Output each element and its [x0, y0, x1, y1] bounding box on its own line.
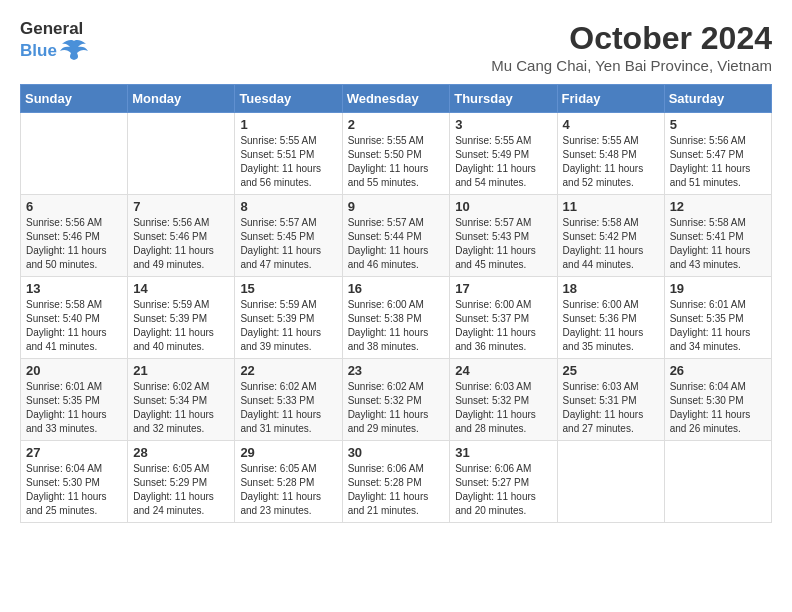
sunset-text: Sunset: 5:50 PM	[348, 148, 445, 162]
day-info: Sunrise: 5:58 AMSunset: 5:41 PMDaylight:…	[670, 216, 766, 272]
sunrise-text: Sunrise: 5:57 AM	[455, 216, 551, 230]
calendar-cell: 15Sunrise: 5:59 AMSunset: 5:39 PMDayligh…	[235, 277, 342, 359]
day-info: Sunrise: 5:57 AMSunset: 5:43 PMDaylight:…	[455, 216, 551, 272]
month-title: October 2024	[491, 20, 772, 57]
calendar-cell	[557, 441, 664, 523]
sunrise-text: Sunrise: 5:59 AM	[240, 298, 336, 312]
daylight-text: Daylight: 11 hours and 26 minutes.	[670, 408, 766, 436]
daylight-text: Daylight: 11 hours and 28 minutes.	[455, 408, 551, 436]
daylight-text: Daylight: 11 hours and 27 minutes.	[563, 408, 659, 436]
day-info: Sunrise: 6:05 AMSunset: 5:29 PMDaylight:…	[133, 462, 229, 518]
day-number: 15	[240, 281, 336, 296]
weekday-header-sunday: Sunday	[21, 85, 128, 113]
day-info: Sunrise: 6:01 AMSunset: 5:35 PMDaylight:…	[26, 380, 122, 436]
calendar-cell: 4Sunrise: 5:55 AMSunset: 5:48 PMDaylight…	[557, 113, 664, 195]
sunrise-text: Sunrise: 5:57 AM	[348, 216, 445, 230]
day-info: Sunrise: 5:58 AMSunset: 5:40 PMDaylight:…	[26, 298, 122, 354]
calendar-cell: 13Sunrise: 5:58 AMSunset: 5:40 PMDayligh…	[21, 277, 128, 359]
day-info: Sunrise: 6:06 AMSunset: 5:27 PMDaylight:…	[455, 462, 551, 518]
sunset-text: Sunset: 5:47 PM	[670, 148, 766, 162]
daylight-text: Daylight: 11 hours and 41 minutes.	[26, 326, 122, 354]
sunrise-text: Sunrise: 5:56 AM	[133, 216, 229, 230]
day-number: 9	[348, 199, 445, 214]
sunset-text: Sunset: 5:30 PM	[26, 476, 122, 490]
sunrise-text: Sunrise: 6:02 AM	[348, 380, 445, 394]
sunrise-text: Sunrise: 5:59 AM	[133, 298, 229, 312]
day-number: 27	[26, 445, 122, 460]
calendar-cell: 22Sunrise: 6:02 AMSunset: 5:33 PMDayligh…	[235, 359, 342, 441]
day-number: 11	[563, 199, 659, 214]
day-info: Sunrise: 5:55 AMSunset: 5:49 PMDaylight:…	[455, 134, 551, 190]
day-info: Sunrise: 5:56 AMSunset: 5:46 PMDaylight:…	[133, 216, 229, 272]
calendar-week-row: 20Sunrise: 6:01 AMSunset: 5:35 PMDayligh…	[21, 359, 772, 441]
sunset-text: Sunset: 5:38 PM	[348, 312, 445, 326]
day-info: Sunrise: 5:55 AMSunset: 5:48 PMDaylight:…	[563, 134, 659, 190]
day-number: 7	[133, 199, 229, 214]
sunset-text: Sunset: 5:32 PM	[455, 394, 551, 408]
sunset-text: Sunset: 5:33 PM	[240, 394, 336, 408]
calendar-cell: 24Sunrise: 6:03 AMSunset: 5:32 PMDayligh…	[450, 359, 557, 441]
daylight-text: Daylight: 11 hours and 55 minutes.	[348, 162, 445, 190]
sunrise-text: Sunrise: 5:55 AM	[240, 134, 336, 148]
day-info: Sunrise: 6:02 AMSunset: 5:34 PMDaylight:…	[133, 380, 229, 436]
sunrise-text: Sunrise: 5:55 AM	[563, 134, 659, 148]
daylight-text: Daylight: 11 hours and 47 minutes.	[240, 244, 336, 272]
day-info: Sunrise: 5:57 AMSunset: 5:45 PMDaylight:…	[240, 216, 336, 272]
calendar-cell	[128, 113, 235, 195]
calendar-cell: 16Sunrise: 6:00 AMSunset: 5:38 PMDayligh…	[342, 277, 450, 359]
logo: General Blue	[20, 20, 88, 65]
weekday-header-saturday: Saturday	[664, 85, 771, 113]
weekday-header-tuesday: Tuesday	[235, 85, 342, 113]
sunrise-text: Sunrise: 6:00 AM	[563, 298, 659, 312]
logo-icon: General Blue	[20, 20, 88, 65]
calendar-cell: 30Sunrise: 6:06 AMSunset: 5:28 PMDayligh…	[342, 441, 450, 523]
day-number: 20	[26, 363, 122, 378]
calendar-cell: 7Sunrise: 5:56 AMSunset: 5:46 PMDaylight…	[128, 195, 235, 277]
sunrise-text: Sunrise: 6:04 AM	[26, 462, 122, 476]
daylight-text: Daylight: 11 hours and 33 minutes.	[26, 408, 122, 436]
sunrise-text: Sunrise: 6:03 AM	[563, 380, 659, 394]
day-info: Sunrise: 6:03 AMSunset: 5:32 PMDaylight:…	[455, 380, 551, 436]
daylight-text: Daylight: 11 hours and 23 minutes.	[240, 490, 336, 518]
calendar-cell: 12Sunrise: 5:58 AMSunset: 5:41 PMDayligh…	[664, 195, 771, 277]
calendar-cell: 23Sunrise: 6:02 AMSunset: 5:32 PMDayligh…	[342, 359, 450, 441]
day-info: Sunrise: 6:01 AMSunset: 5:35 PMDaylight:…	[670, 298, 766, 354]
daylight-text: Daylight: 11 hours and 34 minutes.	[670, 326, 766, 354]
day-info: Sunrise: 6:00 AMSunset: 5:38 PMDaylight:…	[348, 298, 445, 354]
daylight-text: Daylight: 11 hours and 49 minutes.	[133, 244, 229, 272]
day-number: 13	[26, 281, 122, 296]
sunset-text: Sunset: 5:36 PM	[563, 312, 659, 326]
calendar-cell	[664, 441, 771, 523]
sunrise-text: Sunrise: 6:01 AM	[670, 298, 766, 312]
day-number: 2	[348, 117, 445, 132]
calendar-cell: 18Sunrise: 6:00 AMSunset: 5:36 PMDayligh…	[557, 277, 664, 359]
calendar-table: SundayMondayTuesdayWednesdayThursdayFrid…	[20, 84, 772, 523]
calendar-cell: 10Sunrise: 5:57 AMSunset: 5:43 PMDayligh…	[450, 195, 557, 277]
daylight-text: Daylight: 11 hours and 39 minutes.	[240, 326, 336, 354]
weekday-header-monday: Monday	[128, 85, 235, 113]
daylight-text: Daylight: 11 hours and 38 minutes.	[348, 326, 445, 354]
sunset-text: Sunset: 5:32 PM	[348, 394, 445, 408]
sunrise-text: Sunrise: 6:00 AM	[348, 298, 445, 312]
day-number: 17	[455, 281, 551, 296]
sunset-text: Sunset: 5:28 PM	[348, 476, 445, 490]
weekday-header-thursday: Thursday	[450, 85, 557, 113]
sunset-text: Sunset: 5:39 PM	[240, 312, 336, 326]
calendar-cell	[21, 113, 128, 195]
calendar-cell: 8Sunrise: 5:57 AMSunset: 5:45 PMDaylight…	[235, 195, 342, 277]
sunset-text: Sunset: 5:39 PM	[133, 312, 229, 326]
day-number: 31	[455, 445, 551, 460]
daylight-text: Daylight: 11 hours and 31 minutes.	[240, 408, 336, 436]
sunset-text: Sunset: 5:35 PM	[670, 312, 766, 326]
sunrise-text: Sunrise: 5:56 AM	[670, 134, 766, 148]
sunrise-text: Sunrise: 5:58 AM	[26, 298, 122, 312]
sunrise-text: Sunrise: 6:01 AM	[26, 380, 122, 394]
daylight-text: Daylight: 11 hours and 32 minutes.	[133, 408, 229, 436]
daylight-text: Daylight: 11 hours and 52 minutes.	[563, 162, 659, 190]
calendar-week-row: 6Sunrise: 5:56 AMSunset: 5:46 PMDaylight…	[21, 195, 772, 277]
title-area: October 2024 Mu Cang Chai, Yen Bai Provi…	[491, 20, 772, 74]
day-number: 25	[563, 363, 659, 378]
sunset-text: Sunset: 5:46 PM	[133, 230, 229, 244]
weekday-header-row: SundayMondayTuesdayWednesdayThursdayFrid…	[21, 85, 772, 113]
daylight-text: Daylight: 11 hours and 24 minutes.	[133, 490, 229, 518]
